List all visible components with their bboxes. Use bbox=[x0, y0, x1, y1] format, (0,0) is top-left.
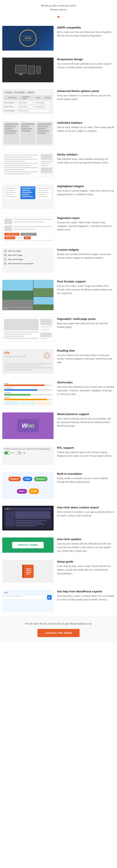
update-theme-btn[interactable]: UPDATE THEME bbox=[12, 542, 44, 548]
rtl-title: RTL support bbox=[57, 446, 115, 449]
ads-widget-icon: ◈ bbox=[4, 250, 7, 253]
feature-sticky: Sticky sidebars With standard setup, sti… bbox=[0, 149, 117, 181]
rtl-text: RTL support Trawell fully supports right… bbox=[57, 446, 115, 458]
shortcodes-title: Shortcodes bbox=[57, 381, 115, 384]
gdpr-desc: We've made sure that our themes are full… bbox=[57, 30, 115, 38]
responsive-image bbox=[2, 58, 54, 82]
setup-guide-text: Setup guide Learn step-by-step, how to s… bbox=[57, 560, 115, 576]
chat-placeholder: How can we help you? bbox=[5, 595, 23, 597]
sticky-desc: With standard setup, sticky sidebars wil… bbox=[57, 157, 115, 164]
rtl-toggle-off[interactable] bbox=[16, 452, 22, 455]
post-formats-image: How to experience the best road trips ar… bbox=[2, 280, 54, 310]
updates-text: One-click updates Connect your website w… bbox=[57, 537, 115, 553]
woocommerce-desc: Add a fully functioning shop to your new… bbox=[57, 417, 115, 428]
feature-updates: UPDATE THEME One-click updates Connect y… bbox=[0, 534, 117, 557]
setup-guide-desc: Learn step-by-step, how to setup Trawell… bbox=[57, 564, 115, 576]
updates-title: One-click updates bbox=[57, 537, 115, 541]
feature-woocommerce: Woo WooCommerce support Add a fully func… bbox=[0, 409, 117, 443]
rtl-desc: Trawell fully supports right-to-left ori… bbox=[57, 451, 115, 458]
cta-line2: Please read on bbox=[50, 8, 67, 11]
feature-translation: Привет! Ciao! Bonjour! Hello! สวัสดี! Bu… bbox=[0, 469, 117, 502]
gdpr-text: GDPR compatible We've made sure that our… bbox=[57, 26, 115, 38]
bottom-cta-text: You've come this far, now it's time to g… bbox=[8, 622, 109, 626]
older-entries-btn[interactable]: OLDER ENTRIES bbox=[4, 233, 20, 236]
book-icon bbox=[22, 565, 34, 578]
feature-gdpr: ★ ★ ★ ★ ★ GDPR ★ ★ ★ ★ ★ GDPR compatible… bbox=[0, 23, 117, 54]
feature-theme-options: ≡ Header ⊕ Translation ◈ Brand ⚡ Perform… bbox=[0, 86, 117, 118]
feature-responsive: Responsive design Your content will scal… bbox=[0, 54, 117, 86]
theme-options-desc: Setup your website in 5 minutes with our… bbox=[57, 94, 115, 101]
sidebars-image bbox=[2, 121, 54, 146]
theme-options-image: ≡ Header ⊕ Translation ◈ Brand ⚡ Perform… bbox=[2, 89, 54, 114]
translation-desc: Easily modify or translate any text on y… bbox=[57, 477, 115, 484]
sticky-image bbox=[2, 153, 54, 178]
feature-post-formats: How to experience the best road trips ar… bbox=[0, 276, 117, 314]
wp-experts-text: Get help from WordPress experts Have que… bbox=[57, 590, 115, 601]
next-btn[interactable]: NEXT bbox=[24, 237, 31, 239]
updates-image: UPDATE THEME bbox=[2, 537, 54, 553]
sidebars-text: Unlimited sidebars Add as many sidebars … bbox=[57, 121, 115, 133]
cta-line1: Would you like to find out more? bbox=[41, 4, 76, 7]
reading-time-title: Reading time bbox=[57, 349, 115, 352]
flickr-widget-icon: ⊕ bbox=[4, 254, 7, 257]
road-trip-caption: How to experience the best road trips ar… bbox=[3, 307, 33, 310]
woocommerce-text: WooCommerce support Add a fully function… bbox=[57, 412, 115, 428]
clock-icon: 🕐 bbox=[44, 353, 50, 359]
pagination-desc: Choose from classic 'Older Posts / Newer… bbox=[57, 221, 115, 232]
feature-sidebars: Unlimited sidebars Add as many sidebars … bbox=[0, 118, 117, 149]
rtl-toggle-on[interactable] bbox=[4, 452, 10, 455]
woocommerce-image: Woo bbox=[2, 412, 54, 439]
chat-send-btn[interactable]: ▶ bbox=[47, 595, 52, 600]
demo-import-text: One-click demo content import Demo conte… bbox=[57, 506, 115, 518]
social-widget-icon: ☺ bbox=[4, 258, 7, 261]
paginated-desc: Boost your page views with posts that ar… bbox=[57, 322, 115, 329]
reading-time-text: Reading time Let your visitors know how … bbox=[57, 349, 115, 365]
rtl-description-text: Enable this option if you are using righ… bbox=[4, 448, 52, 450]
setup-guide-image bbox=[2, 560, 54, 583]
off-label: Off bbox=[23, 452, 25, 454]
sidebars-desc: Add as many sidebars as you need. Then a… bbox=[57, 126, 115, 133]
highlighted-text: Highlighted widgets Give accent to speci… bbox=[57, 185, 115, 196]
custom-widgets-text: Custom widgets Besides the standard Word… bbox=[57, 248, 115, 260]
prev-btn[interactable]: PREVIOUS bbox=[4, 237, 15, 239]
feature-paginated: Paginated / multi-page posts Boost your … bbox=[0, 314, 117, 345]
post-formats-text: Post formats support Choose from Video, … bbox=[57, 280, 115, 296]
sticky-title: Sticky sidebars bbox=[57, 153, 115, 156]
on-label: On bbox=[12, 452, 14, 454]
monitor-icon bbox=[15, 65, 27, 73]
reading-time-image: rife nd of smiles to a world of wonder 🕐 bbox=[2, 349, 54, 374]
top-cta: Would you like to find out more? Please … bbox=[0, 0, 117, 14]
paginated-text: Paginated / multi-page posts Boost your … bbox=[57, 317, 115, 329]
feature-custom-widgets: ◈ Meks Ads Widget ⊕ Meks Flickr Widget ☺… bbox=[0, 245, 117, 276]
translation-title: Built-in translation bbox=[57, 472, 115, 475]
translation-text: Built-in translation Easily modify or tr… bbox=[57, 472, 115, 484]
launch-demo-btn[interactable]: LAUNCH THE DEMO bbox=[37, 629, 80, 637]
custom-widgets-desc: Besides the standard WordPress widgets, … bbox=[57, 253, 115, 260]
demo-import-desc: Demo content is included, so you get a w… bbox=[57, 510, 115, 518]
paginated-image bbox=[2, 317, 54, 342]
highlighted-title: Highlighted widgets bbox=[57, 185, 115, 188]
highlighted-image bbox=[2, 185, 54, 209]
pagination-title: Pagination types bbox=[57, 216, 115, 219]
shortcodes-image: Design Development Marketing Support bbox=[2, 381, 54, 405]
wp-experts-image: Hello, How can we help you? ▶ bbox=[2, 590, 54, 613]
load-more-btn[interactable]: LOAD MORE bbox=[4, 241, 52, 241]
chat-input[interactable]: How can we help you? bbox=[4, 595, 46, 600]
newer-entries-btn[interactable]: NEWER ENTRIES bbox=[21, 233, 36, 236]
highlighted-desc: Give accent to special widgets - make th… bbox=[57, 189, 115, 196]
feature-rtl: Enable this option if you are using righ… bbox=[0, 443, 117, 469]
custom-widgets-title: Custom widgets bbox=[57, 248, 115, 251]
sticky-text: Sticky sidebars With standard setup, sti… bbox=[57, 153, 115, 164]
responsive-title: Responsive design bbox=[57, 58, 115, 61]
bottom-cta: You've come this far, now it's time to g… bbox=[0, 616, 117, 643]
tablet-icon bbox=[28, 66, 35, 74]
demo-import-title: One-click demo content import bbox=[57, 506, 115, 509]
phone-icon bbox=[36, 66, 41, 74]
theme-options-title: Advanced theme options panel bbox=[57, 89, 115, 93]
arrow-down-icon: ▼ bbox=[0, 14, 117, 23]
demo-import-image bbox=[2, 506, 54, 530]
responsive-text: Responsive design Your content will scal… bbox=[57, 58, 115, 69]
smart-widget-icon: ★ bbox=[4, 262, 7, 265]
paginated-title: Paginated / multi-page posts bbox=[57, 317, 115, 320]
post-formats-title: Post formats support bbox=[57, 280, 115, 283]
